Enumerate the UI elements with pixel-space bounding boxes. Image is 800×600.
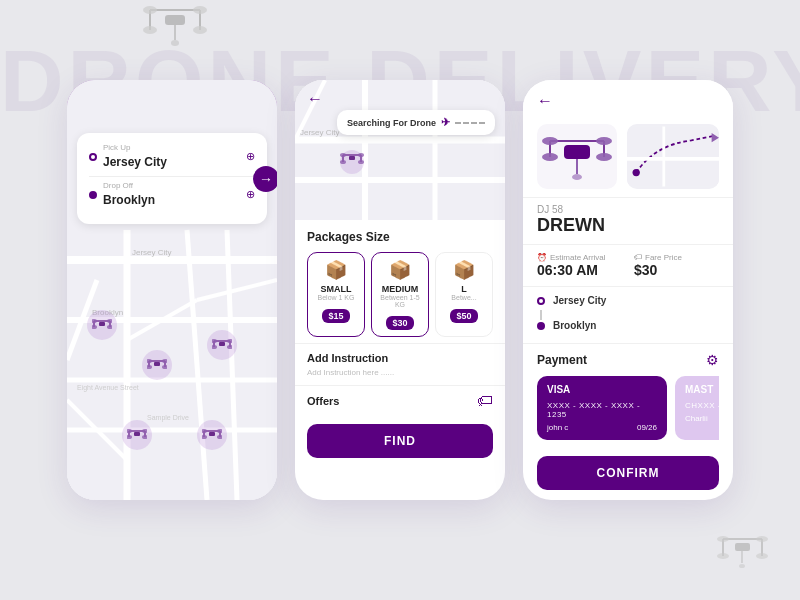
svg-point-13 <box>717 536 729 542</box>
svg-point-73 <box>202 435 207 439</box>
payment-header: Payment ⚙ <box>537 352 719 368</box>
svg-point-3 <box>143 6 157 14</box>
drone-marker-3 <box>207 330 237 360</box>
svg-rect-67 <box>134 432 140 436</box>
svg-point-107 <box>596 153 612 161</box>
pickup-row: Pick Up Jersey City ⊕ <box>89 143 255 170</box>
drone-decoration-top <box>140 0 210 59</box>
svg-point-49 <box>147 365 152 369</box>
card-mastercard[interactable]: MAST CHXXX - Charlii <box>675 376 719 440</box>
add-instruction-section: Add Instruction Add Instruction here ...… <box>295 343 505 385</box>
svg-point-16 <box>756 553 768 559</box>
svg-point-6 <box>193 26 207 34</box>
package-large[interactable]: 📦 L Betwe... $50 <box>435 252 493 337</box>
cards-row: VISA XXXX - XXXX - XXXX - 1235 john c 09… <box>537 376 719 440</box>
svg-point-89 <box>340 160 346 164</box>
svg-rect-76 <box>295 80 505 220</box>
svg-rect-91 <box>349 156 355 160</box>
svg-point-4 <box>193 6 207 14</box>
svg-point-47 <box>147 359 152 363</box>
filter-icon[interactable]: ⚙ <box>706 352 719 368</box>
packages-section: Packages Size 📦 SMALL Below 1 KG $15 📦 M… <box>295 220 505 343</box>
dropoff-info: Drop Off Brooklyn <box>103 181 155 208</box>
svg-rect-59 <box>219 342 225 346</box>
svg-point-106 <box>542 153 558 161</box>
package-medium-name: MEDIUM <box>380 284 420 294</box>
add-instruction-input[interactable]: Add Instruction here ...... <box>307 368 493 377</box>
p2-back-button[interactable]: ← <box>307 90 323 107</box>
pickup-info: Pick Up Jersey City <box>103 143 167 170</box>
svg-point-105 <box>596 137 612 145</box>
svg-point-55 <box>212 339 217 343</box>
svg-point-63 <box>127 429 132 433</box>
drone-route-map <box>627 124 719 189</box>
pickup-label: Pick Up <box>103 143 167 152</box>
drone-name-section: DJ 58 DREWN <box>523 198 733 245</box>
card-visa-holder: john c <box>547 423 568 432</box>
card-visa[interactable]: VISA XXXX - XXXX - XXXX - 1235 john c 09… <box>537 376 667 440</box>
svg-rect-111 <box>627 127 719 187</box>
svg-rect-51 <box>154 362 160 366</box>
svg-point-15 <box>717 553 729 559</box>
p3-from-city: Jersey City <box>553 295 606 306</box>
package-small[interactable]: 📦 SMALL Below 1 KG $15 <box>307 252 365 337</box>
svg-point-64 <box>142 429 147 433</box>
package-medium[interactable]: 📦 MEDIUM Between 1-5 KG $30 <box>371 252 429 337</box>
svg-rect-43 <box>99 322 105 326</box>
fare-stat: 🏷 Fare Price $30 <box>634 253 719 278</box>
svg-point-14 <box>756 536 768 542</box>
fare-value: $30 <box>634 262 719 278</box>
svg-point-42 <box>107 325 112 329</box>
pickup-city: Jersey City <box>103 155 167 169</box>
drone-section <box>523 116 733 198</box>
drone-marker-4 <box>122 420 152 450</box>
pickup-pin-icon: ⊕ <box>246 150 255 163</box>
drone-id: DJ 58 <box>537 204 719 215</box>
svg-point-57 <box>212 345 217 349</box>
drone-marker-1 <box>87 310 117 340</box>
p3-back-button[interactable]: ← <box>537 92 553 110</box>
arrival-stat: ⏰ Estimate Arrival 06:30 AM <box>537 253 622 278</box>
packages-title: Packages Size <box>307 230 493 244</box>
find-button[interactable]: FIND <box>307 424 493 458</box>
package-large-name: L <box>444 284 484 294</box>
card-master-details: Charlii <box>685 414 719 423</box>
svg-point-90 <box>358 160 364 164</box>
offers-tag-icon[interactable]: 🏷 <box>477 392 493 410</box>
svg-point-41 <box>92 325 97 329</box>
svg-rect-17 <box>735 543 750 551</box>
p3-route-line <box>540 310 542 320</box>
svg-point-19 <box>739 564 745 568</box>
card-visa-number: XXXX - XXXX - XXXX - 1235 <box>547 401 657 419</box>
dropoff-label: Drop Off <box>103 181 155 190</box>
stats-row: ⏰ Estimate Arrival 06:30 AM 🏷 Fare Price… <box>523 245 733 287</box>
phone-1: Brooklyn Jersey City Eight Avenue Street… <box>67 80 277 500</box>
p3-from-dot <box>537 297 545 305</box>
svg-point-87 <box>340 153 346 157</box>
add-instruction-title: Add Instruction <box>307 352 493 364</box>
p3-to-row: Brooklyn <box>537 320 719 331</box>
route-arrow-button[interactable]: → <box>253 166 277 192</box>
payment-section: Payment ⚙ VISA XXXX - XXXX - XXXX - 1235… <box>523 344 733 448</box>
dropoff-pin-icon: ⊕ <box>246 188 255 201</box>
svg-point-66 <box>142 435 147 439</box>
mini-drone-icon: ✈ <box>441 116 450 129</box>
drone-marker-2 <box>142 350 172 380</box>
svg-point-112 <box>633 169 640 176</box>
dropoff-dot <box>89 191 97 199</box>
arrival-label: ⏰ Estimate Arrival <box>537 253 622 262</box>
package-small-price: $15 <box>322 309 349 323</box>
card-visa-details: john c 09/26 <box>547 423 657 432</box>
svg-point-65 <box>127 435 132 439</box>
p3-to-city: Brooklyn <box>553 320 596 331</box>
svg-point-9 <box>171 40 179 46</box>
drone-decoration-bottom <box>715 531 770 580</box>
svg-rect-75 <box>209 432 215 436</box>
tag-icon: 🏷 <box>634 253 642 262</box>
package-medium-icon: 📦 <box>380 259 420 281</box>
confirm-button[interactable]: CONFIRM <box>537 456 719 490</box>
svg-point-71 <box>202 429 207 433</box>
svg-point-58 <box>227 345 232 349</box>
svg-point-74 <box>217 435 222 439</box>
svg-point-50 <box>162 365 167 369</box>
